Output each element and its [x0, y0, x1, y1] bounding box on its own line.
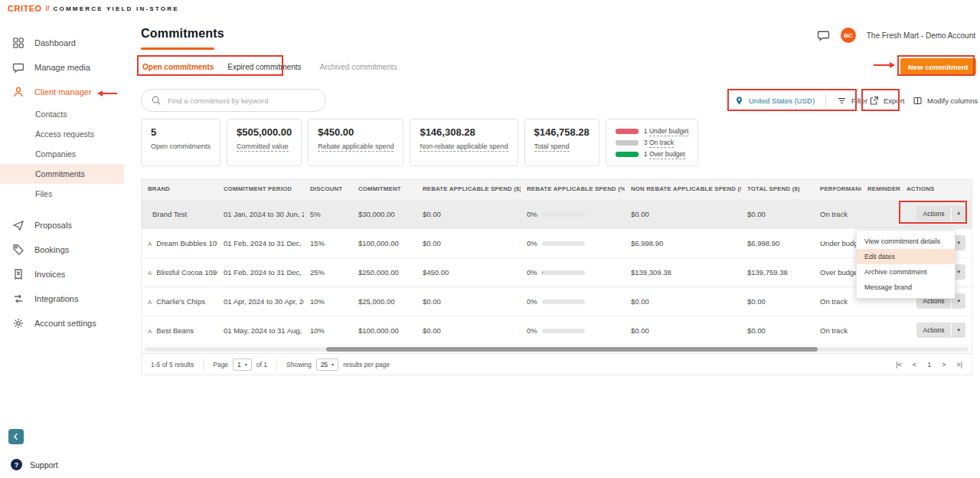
performance-cell: On track [814, 316, 861, 345]
page-label: Page [213, 361, 228, 368]
rebate-spend-cell: $0.00 [416, 316, 521, 345]
card-value: $146,308.28 [420, 126, 508, 138]
page-selector-group: Page 1▾ of 1 [203, 358, 276, 371]
brand-cell: ADream Bubbles 10966 [142, 228, 217, 257]
sidebar-item-companies[interactable]: Companies [0, 144, 124, 164]
sidebar-item-label: Files [35, 189, 52, 198]
sidebar-item-invoices[interactable]: Invoices [0, 262, 124, 286]
results-count: 1-5 of 5 results [151, 358, 203, 371]
commitments-tabs: Open commitments Expired commitments Arc… [142, 57, 397, 77]
reminders-cell [861, 199, 900, 228]
account-name[interactable]: The Fresh Mart - Demo Account [867, 31, 975, 40]
rebate-pct-cell: 0% [521, 316, 625, 345]
commitments-table: BRANDCOMMITMENT PERIODDISCOUNTCOMMITMENT… [142, 179, 972, 345]
brand-cell: ABest Beans [142, 316, 217, 345]
first-page-button[interactable]: |< [896, 361, 902, 368]
sidebar-item-dashboard[interactable]: Dashboard [0, 31, 124, 55]
region-selector[interactable]: United States (USD) [749, 97, 815, 105]
product-name: COMMERCE YIELD IN-STORE [54, 5, 179, 12]
column-header: COMMITMENT PERIOD [217, 179, 304, 199]
scrollbar-thumb[interactable] [326, 347, 818, 352]
menu-item-message-brand[interactable]: Message brand [857, 280, 955, 295]
new-commitment-button[interactable]: New commitment [900, 58, 976, 75]
sidebar-item-contacts[interactable]: Contacts [0, 104, 124, 124]
divider [825, 94, 826, 106]
collapse-sidebar-button[interactable] [8, 429, 24, 444]
sidebar-item-commitments[interactable]: Commitments [0, 164, 124, 184]
total-spend-cell: $0.00 [741, 316, 814, 345]
summary-cards: 5 Open commitments $505,000.00 Committed… [141, 119, 698, 166]
support-label: Support [30, 460, 58, 470]
rebate-pct-cell: 0% [521, 199, 625, 228]
per-page-suffix: results per page [343, 361, 390, 368]
commitment-cell: $30,000.00 [352, 199, 416, 228]
title-underline [141, 47, 214, 50]
sidebar-item-proposals[interactable]: Proposals [0, 213, 124, 237]
performance-cell: On track [814, 286, 861, 316]
chevron-down-icon[interactable]: ▾ [951, 208, 965, 221]
next-page-button[interactable]: > [942, 361, 946, 368]
non-rebate-spend-cell: $0.00 [625, 286, 741, 316]
sidebar-item-label: Dashboard [34, 38, 76, 47]
legend-on-track: 3 On track [616, 139, 689, 146]
commitments-table-card: BRANDCOMMITMENT PERIODDISCOUNTCOMMITMENT… [141, 178, 972, 375]
pagination: |< < 1 > >| [896, 361, 962, 368]
modify-columns-button[interactable]: Modify columns [927, 97, 978, 105]
commitment-period-cell: 01 Apr, 2024 to 30 Apr, 2024 [217, 286, 304, 316]
search-icon [151, 95, 162, 106]
commitment-cell: $100,000.00 [352, 228, 416, 257]
actions-button[interactable]: Actions▾ [916, 322, 965, 338]
non-rebate-spend-cell: $6,998.90 [625, 228, 741, 257]
table-row[interactable]: ABest Beans01 May, 2024 to 31 Aug, 20241… [142, 316, 972, 345]
commitment-period-cell: 01 Feb, 2024 to 31 Dec, 2024 [217, 228, 304, 257]
table-row[interactable]: Brand Test01 Jan, 2024 to 30 Jun, 20245%… [142, 199, 972, 228]
menu-item-edit-dates[interactable]: Edit dates [857, 249, 955, 264]
sidebar-item-access-requests[interactable]: Access requests [0, 124, 124, 144]
search-input[interactable] [168, 97, 316, 105]
tab-archived-commitments[interactable]: Archived commitments [320, 63, 397, 71]
table-row[interactable]: ACharlie's Chips01 Apr, 2024 to 30 Apr, … [142, 286, 972, 316]
actions-cell: Actions▾ [900, 199, 972, 228]
column-header: REBATE APPLICABLE SPEND ($) [416, 179, 521, 199]
card-label: Total spend [534, 142, 570, 152]
brand-avatar: A [148, 241, 152, 247]
sidebar-item-account-settings[interactable]: Account settings [0, 311, 124, 336]
search-box [141, 89, 326, 112]
chat-icon[interactable] [817, 29, 830, 42]
menu-item-archive-commitment[interactable]: Archive commitment [857, 264, 955, 280]
per-page-select[interactable]: 25▾ [316, 358, 338, 371]
total-spend-cell: $0.00 [741, 199, 814, 228]
column-header: BRAND [142, 179, 217, 199]
filter-button[interactable]: Filter [851, 97, 867, 105]
actions-button[interactable]: Actions▾ [916, 206, 965, 221]
sidebar-item-bookings[interactable]: Bookings [0, 237, 124, 262]
menu-item-view-commitment-details[interactable]: View commitment details [857, 234, 955, 249]
table-row[interactable]: ADream Bubbles 1096601 Feb, 2024 to 31 D… [142, 228, 972, 257]
modify-columns-group: Modify columns [913, 91, 978, 110]
rebate-spend-cell: $0.00 [416, 228, 521, 257]
export-button[interactable]: Export [884, 97, 904, 105]
card-label: Non-rebate applicable spend [420, 142, 508, 152]
tab-open-commitments[interactable]: Open commitments [142, 63, 214, 71]
page-select[interactable]: 1▾ [233, 358, 252, 371]
over-budget-bar [616, 152, 639, 157]
current-page-number[interactable]: 1 [927, 361, 931, 368]
sidebar-item-integrations[interactable]: Integrations [0, 286, 124, 311]
topbar: CRITEO // COMMERCE YIELD IN-STORE [0, 0, 980, 17]
sidebar-item-client-manager[interactable]: Client manager [0, 80, 124, 104]
previous-page-button[interactable]: < [913, 361, 916, 368]
account-avatar[interactable]: BC [841, 28, 856, 43]
sidebar-item-files[interactable]: Files [0, 184, 124, 204]
page: CRITEO // COMMERCE YIELD IN-STORE Dashbo… [0, 0, 980, 478]
sidebar-item-manage-media[interactable]: Manage media [0, 55, 124, 80]
card-value: $450.00 [318, 126, 394, 138]
non-rebate-spend-cell: $139,309.38 [625, 257, 741, 286]
last-page-button[interactable]: >| [956, 361, 962, 368]
discount-cell: 10% [304, 316, 352, 345]
tab-expired-commitments[interactable]: Expired commitments [227, 63, 301, 71]
performance-cell: Under budget [814, 228, 861, 257]
support-item[interactable]: ? Support [11, 459, 58, 470]
sidebar-item-label: Contacts [35, 110, 67, 119]
chevron-down-icon[interactable]: ▾ [951, 324, 965, 337]
table-row[interactable]: ABlissful Cocoa 1096401 Feb, 2024 to 31 … [142, 257, 972, 286]
